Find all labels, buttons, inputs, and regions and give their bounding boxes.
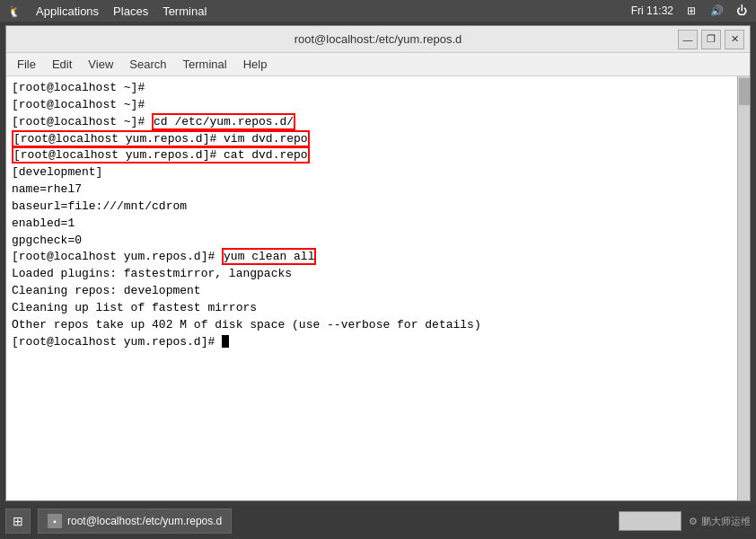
- places-menu[interactable]: Places: [113, 4, 148, 18]
- taskbar-window-label: root@localhost:/etc/yum.repos.d: [67, 515, 222, 527]
- line-development: [development] name=rhel7 baseurl=file://…: [12, 165, 187, 246]
- close-button[interactable]: ✕: [725, 30, 744, 49]
- network-icon: ⊞: [684, 4, 699, 18]
- taskbar-input[interactable]: [619, 511, 681, 531]
- line-cd: [root@localhost ~]# cd /etc/yum.repos.d/: [12, 113, 295, 130]
- taskbar-window-item[interactable]: ▪ root@localhost:/etc/yum.repos.d: [38, 508, 232, 534]
- title-bar-controls: — ❐ ✕: [678, 30, 744, 49]
- cd-command-highlight: cd /etc/yum.repos.d/: [152, 113, 295, 130]
- system-bar-left: 🐧 Applications Places Terminal: [7, 4, 631, 18]
- line-1: [root@localhost ~]# [root@localhost ~]#: [12, 81, 145, 111]
- terminal-content[interactable]: [root@localhost ~]# [root@localhost ~]# …: [6, 76, 737, 500]
- line-output: Loaded plugins: fastestmirror, langpacks…: [12, 267, 481, 348]
- vim-command-highlight: [root@localhost yum.repos.d]# vim dvd.re…: [12, 130, 310, 147]
- menu-bar: File Edit View Search Terminal Help: [6, 53, 750, 76]
- line-yum: [root@localhost yum.repos.d]# yum clean …: [12, 248, 316, 265]
- menu-edit[interactable]: Edit: [45, 56, 79, 73]
- menu-view[interactable]: View: [81, 56, 120, 73]
- menu-help[interactable]: Help: [236, 56, 275, 73]
- maximize-button[interactable]: ❐: [701, 30, 721, 49]
- menu-file[interactable]: File: [10, 56, 43, 73]
- volume-icon: 🔊: [709, 4, 724, 18]
- watermark: ⚙ 鹏大师运维: [689, 515, 751, 528]
- window-title: root@localhost:/etc/yum.repos.d: [294, 32, 462, 46]
- menu-terminal[interactable]: Terminal: [176, 56, 234, 73]
- line-cat: [root@localhost yum.repos.d]# cat dvd.re…: [12, 146, 310, 163]
- taskbar-terminal-icon: ▪: [48, 514, 62, 528]
- system-bar-right: Fri 11:32 ⊞ 🔊 ⏻: [631, 4, 749, 18]
- line-vim: [root@localhost yum.repos.d]# vim dvd.re…: [12, 130, 310, 147]
- watermark-text: 鹏大师运维: [701, 515, 751, 528]
- watermark-icon: ⚙: [689, 516, 698, 527]
- minimize-button[interactable]: —: [678, 30, 698, 49]
- applications-menu[interactable]: Applications: [36, 4, 99, 18]
- terminal-window: root@localhost:/etc/yum.repos.d — ❐ ✕ Fi…: [5, 25, 751, 501]
- clock: Fri 11:32: [631, 4, 673, 17]
- cat-command-highlight: [root@localhost yum.repos.d]# cat dvd.re…: [12, 146, 310, 163]
- system-logo-icon: 🐧: [7, 4, 22, 18]
- scrollbar[interactable]: [737, 76, 750, 500]
- cursor: [222, 335, 229, 348]
- title-bar: root@localhost:/etc/yum.repos.d — ❐ ✕: [6, 26, 750, 53]
- scroll-thumb[interactable]: [739, 78, 750, 105]
- terminal-menu[interactable]: Terminal: [163, 4, 207, 18]
- power-icon: ⏻: [734, 4, 749, 18]
- show-desktop-button[interactable]: ⊞: [5, 508, 31, 534]
- system-bar: 🐧 Applications Places Terminal Fri 11:32…: [0, 0, 756, 22]
- menu-search[interactable]: Search: [122, 56, 173, 73]
- yum-command-highlight: yum clean all: [222, 248, 316, 265]
- taskbar: ⊞ ▪ root@localhost:/etc/yum.repos.d ⚙ 鹏大…: [0, 505, 756, 537]
- terminal-area[interactable]: [root@localhost ~]# [root@localhost ~]# …: [6, 76, 750, 500]
